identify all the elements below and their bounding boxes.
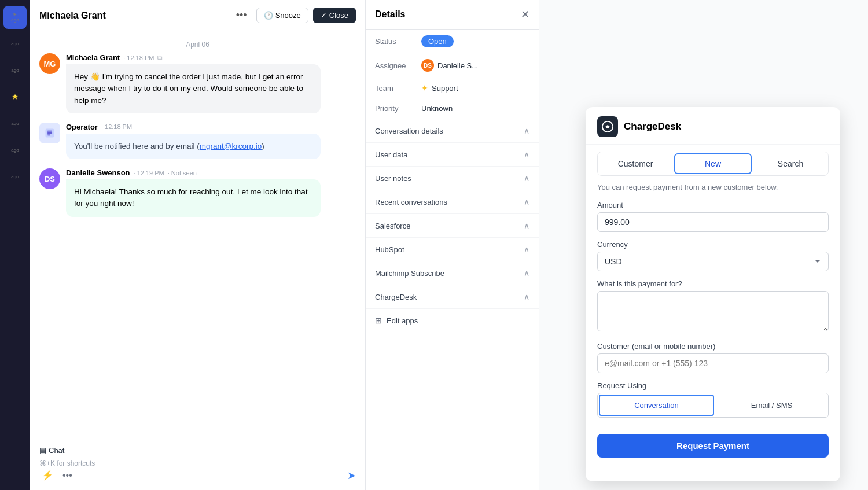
- chargedesk-header[interactable]: ChargeDesk ∧: [366, 285, 539, 308]
- date-divider: April 06: [39, 31, 356, 53]
- user-notes-label: User notes: [375, 174, 411, 183]
- more-input-options-button[interactable]: •••: [60, 468, 75, 483]
- status-row: Status Open: [366, 30, 539, 53]
- message-time: · 12:19 PM: [134, 170, 164, 176]
- assignee-label: Assignee: [375, 61, 417, 70]
- snooze-button[interactable]: 🕐 Snooze: [256, 8, 308, 23]
- message-author: Operator: [66, 123, 98, 131]
- salesforce-header[interactable]: Salesforce ∧: [366, 214, 539, 237]
- checkmark-icon: ✓: [321, 11, 327, 20]
- message-row: MG Michaela Grant · 12:18 PM ⧉ Hey 👋 I'm…: [39, 53, 356, 113]
- sidebar-item-3[interactable]: ago: [3, 59, 27, 82]
- avatar: DS: [39, 168, 60, 189]
- message-bubble: Hey 👋 I'm trying to cancel the order I j…: [66, 64, 321, 113]
- chevron-up-icon: ∧: [524, 268, 529, 278]
- svg-rect-2: [47, 132, 52, 134]
- sidebar-item-4[interactable]: ⭐: [3, 86, 27, 109]
- chargedesk-description: You can request payment from a new custo…: [597, 183, 829, 191]
- message-row: DS Danielle Swenson · 12:19 PM · Not see…: [39, 168, 356, 217]
- chevron-up-icon: ∧: [524, 150, 529, 159]
- more-options-button[interactable]: •••: [231, 7, 252, 24]
- star-icon: ✦: [421, 83, 428, 93]
- chargedesk-tabs: Customer New Search: [597, 152, 829, 176]
- assignee-value: DS Danielle S...: [421, 59, 478, 72]
- message-time: · 12:18 PM: [123, 54, 154, 61]
- message-bubble: You'll be notified here and by email (mg…: [66, 134, 321, 159]
- message-content: Operator · 12:18 PM You'll be notified h…: [66, 123, 356, 159]
- priority-row: Priority Unknown: [366, 98, 539, 119]
- priority-label: Priority: [375, 104, 417, 113]
- close-details-button[interactable]: ✕: [521, 8, 529, 21]
- hubspot-header[interactable]: HubSpot ∧: [366, 238, 539, 261]
- user-data-header[interactable]: User data ∧: [366, 143, 539, 166]
- conversation-title: Michaela Grant: [39, 10, 227, 21]
- message-row: Operator · 12:18 PM You'll be notified h…: [39, 123, 356, 159]
- amount-input[interactable]: [597, 212, 829, 232]
- chat-tab[interactable]: ▤ Chat: [39, 446, 64, 455]
- user-notes-section: User notes ∧: [366, 166, 539, 190]
- message-content: Michaela Grant · 12:18 PM ⧉ Hey 👋 I'm tr…: [66, 53, 356, 113]
- chargedesk-header-bar: ChargeDesk: [586, 107, 840, 145]
- recent-conversations-section: Recent conversations ∧: [366, 190, 539, 213]
- mailchimp-label: Mailchimp Subscribe: [375, 269, 444, 278]
- svg-rect-3: [47, 134, 50, 135]
- chevron-up-icon: ∧: [524, 221, 529, 230]
- user-notes-header[interactable]: User notes ∧: [366, 167, 539, 190]
- payment-for-textarea[interactable]: [597, 291, 829, 331]
- sidebar-item-6[interactable]: ago: [3, 139, 27, 162]
- request-using-conversation[interactable]: Conversation: [599, 395, 714, 416]
- edit-apps-row[interactable]: ⊞ Edit apps: [366, 308, 539, 332]
- team-label: Team: [375, 84, 417, 93]
- details-panel: Details ✕ Status Open Assignee DS Daniel…: [366, 0, 539, 490]
- conversation-details-label: Conversation details: [375, 127, 443, 135]
- conversation-details-section: Conversation details ∧: [366, 119, 539, 142]
- request-using-email-sms[interactable]: Email / SMS: [715, 393, 828, 417]
- conversation-details-header[interactable]: Conversation details ∧: [366, 119, 539, 142]
- email-link[interactable]: mgrant@krcorp.io: [200, 142, 262, 150]
- amount-group: Amount: [597, 201, 829, 232]
- currency-select[interactable]: USD EUR GBP CAD AUD: [597, 252, 829, 271]
- details-title: Details: [375, 9, 405, 20]
- tab-search[interactable]: Search: [753, 152, 828, 175]
- copy-icon[interactable]: ⧉: [157, 54, 163, 62]
- message-author: Michaela Grant: [66, 53, 120, 62]
- message-seen: · Not seen: [168, 170, 197, 176]
- chat-tab-row: ▤ Chat: [39, 446, 356, 455]
- clock-icon: 🕐: [264, 11, 273, 20]
- sidebar-item-5[interactable]: ago: [3, 112, 27, 135]
- tab-customer[interactable]: Customer: [598, 152, 673, 175]
- chat-input-area: ▤ Chat ⌘+K for shortcuts ⚡ ••• ➤: [30, 439, 365, 490]
- send-button[interactable]: ➤: [347, 469, 356, 482]
- message-meta: Danielle Swenson · 12:19 PM · Not seen: [66, 168, 356, 177]
- sidebar-item-7[interactable]: ago: [3, 165, 27, 189]
- team-value: ✦ Support: [421, 83, 458, 93]
- conversation-panel: Michaela Grant ••• 🕐 Snooze ✓ Close Apri…: [30, 0, 366, 490]
- close-button[interactable]: ✓ Close: [313, 8, 356, 23]
- payment-for-label: What is this payment for?: [597, 279, 829, 288]
- lightning-button[interactable]: ⚡: [39, 467, 56, 483]
- tab-new[interactable]: New: [674, 153, 752, 174]
- request-using-label: Request Using: [597, 381, 829, 390]
- message-content: Danielle Swenson · 12:19 PM · Not seen H…: [66, 168, 356, 217]
- chevron-up-icon: ∧: [524, 245, 529, 254]
- salesforce-label: Salesforce: [375, 222, 410, 230]
- recent-conversations-header[interactable]: Recent conversations ∧: [366, 190, 539, 213]
- sidebar-item-1[interactable]: t▸ago: [3, 6, 27, 29]
- hubspot-label: HubSpot: [375, 245, 404, 254]
- chevron-up-icon: ∧: [524, 126, 529, 135]
- input-left-actions: ⚡ •••: [39, 467, 75, 483]
- recent-conversations-label: Recent conversations: [375, 198, 447, 207]
- chevron-up-icon: ∧: [524, 292, 529, 301]
- request-using-options: Conversation Email / SMS: [597, 393, 829, 418]
- chargedesk-title: ChargeDesk: [624, 121, 681, 132]
- sidebar-item-2[interactable]: ago: [3, 32, 27, 56]
- customer-input[interactable]: [597, 353, 829, 373]
- assignee-row: Assignee DS Danielle S...: [366, 53, 539, 78]
- request-payment-button[interactable]: Request Payment: [597, 434, 829, 458]
- mailchimp-header[interactable]: Mailchimp Subscribe ∧: [366, 261, 539, 285]
- right-area: ChargeDesk Customer New Search You can r…: [539, 0, 868, 490]
- request-using-group: Request Using Conversation Email / SMS: [597, 381, 829, 418]
- avatar: MG: [39, 53, 60, 74]
- priority-value: Unknown: [421, 104, 453, 113]
- chat-icon: ▤: [39, 446, 46, 455]
